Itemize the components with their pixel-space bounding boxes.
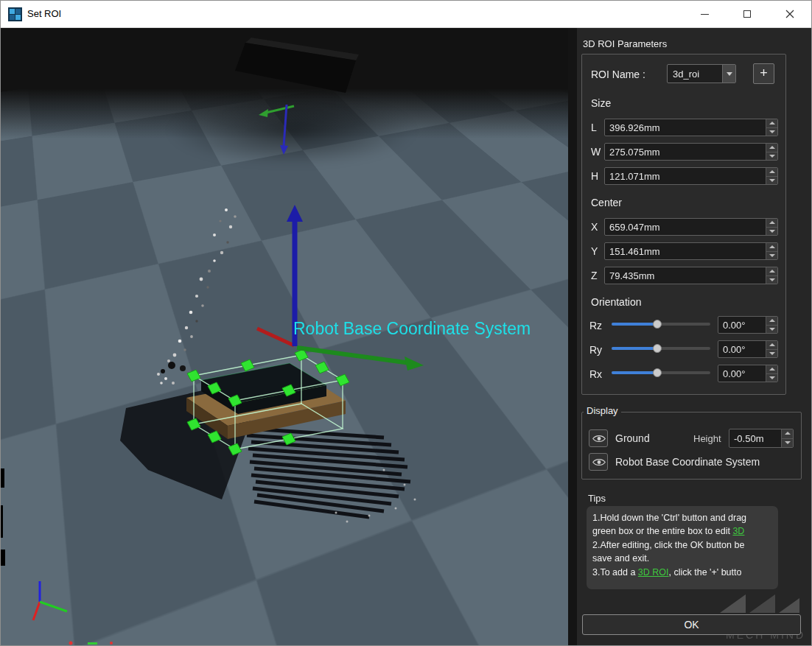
- size-w-label: W: [591, 146, 601, 158]
- robot-base-axis-label: Robot Base Coordinate System: [293, 319, 531, 339]
- size-h-spin-down[interactable]: [766, 177, 777, 185]
- roi-name-label: ROI Name :: [591, 69, 645, 80]
- rz-spin-up[interactable]: [766, 317, 777, 326]
- height-label: Height: [693, 433, 721, 444]
- app-icon: [8, 7, 22, 21]
- size-section-title: Size: [591, 97, 611, 109]
- center-x-spin-down[interactable]: [766, 228, 777, 236]
- display-group-title: Display: [584, 405, 621, 416]
- minimize-button[interactable]: [683, 1, 726, 27]
- size-w-spin-up[interactable]: [766, 144, 777, 152]
- rx-slider[interactable]: [612, 366, 710, 379]
- tips-content[interactable]: 1.Hold down the 'Ctrl' button and drag g…: [587, 506, 778, 589]
- maximize-icon: [743, 10, 751, 18]
- size-l-spin-down[interactable]: [766, 128, 777, 136]
- ground-label: Ground: [615, 432, 650, 444]
- center-y-input[interactable]: [605, 243, 765, 259]
- rx-slider-handle[interactable]: [653, 368, 662, 377]
- tips-title: Tips: [585, 493, 609, 504]
- roi-name-combobox[interactable]: 3d_roi: [667, 64, 736, 83]
- eye-icon: [592, 434, 606, 443]
- center-y-spinbox: [604, 242, 778, 260]
- minimize-icon: [701, 14, 709, 15]
- ry-input[interactable]: [718, 341, 765, 357]
- set-roi-dialog: Set ROI: [0, 0, 812, 646]
- size-w-input[interactable]: [605, 144, 765, 160]
- robot-base-visibility-toggle[interactable]: [589, 453, 608, 471]
- center-y-spin-down[interactable]: [766, 252, 777, 260]
- size-l-label: L: [591, 122, 597, 133]
- edge-artifacts: [1, 468, 113, 645]
- ok-button[interactable]: OK: [582, 614, 801, 635]
- ground-height-input[interactable]: [729, 429, 780, 447]
- tips-line-2: green box or the entire box to edit 3D: [592, 524, 772, 538]
- close-icon: [785, 10, 794, 18]
- center-y-spin-up[interactable]: [766, 243, 777, 252]
- size-h-spin-up[interactable]: [766, 168, 777, 177]
- ry-slider-handle[interactable]: [653, 344, 662, 353]
- 3d-roi-link[interactable]: 3D: [732, 526, 744, 536]
- ground-height-spinbox: [729, 429, 794, 448]
- window-title: Set ROI: [27, 8, 61, 19]
- center-z-spinbox: [604, 267, 778, 284]
- rz-input[interactable]: [718, 317, 765, 333]
- point-cloud: [157, 208, 237, 385]
- ry-spinbox: [718, 340, 778, 358]
- parameters-group: ROI Name : 3d_roi + Size L W H C: [581, 54, 786, 395]
- center-z-spin-up[interactable]: [766, 267, 777, 276]
- center-x-input[interactable]: [605, 219, 765, 235]
- robot-base-display-label: Robot Base Coordinate System: [615, 456, 760, 468]
- tips-line-4: save and exit.: [592, 552, 772, 565]
- combobox-arrow-zone[interactable]: [722, 65, 735, 82]
- size-w-spinbox: [604, 143, 778, 161]
- 3d-viewport[interactable]: Robot Base Coordinate System: [1, 28, 577, 646]
- eye-icon: [592, 457, 606, 467]
- tips-line-1: 1.Hold down the 'Ctrl' button and drag: [592, 511, 772, 524]
- ry-spin-up[interactable]: [766, 341, 777, 350]
- size-h-input[interactable]: [605, 168, 765, 184]
- rz-slider-handle[interactable]: [653, 320, 662, 329]
- add-roi-button[interactable]: +: [753, 63, 774, 84]
- size-h-label: H: [591, 170, 598, 182]
- ground-visibility-toggle[interactable]: [589, 429, 608, 447]
- orientation-section-title: Orientation: [591, 296, 641, 308]
- rz-spinbox: [718, 316, 778, 334]
- chevron-down-icon: [727, 72, 732, 76]
- tips-line-3: 2.After editing, click the OK button be: [592, 538, 772, 552]
- height-spin-up[interactable]: [782, 429, 793, 439]
- tips-line-5: 3.To add a 3D ROI, click the '+' butto: [592, 566, 772, 579]
- panel-title: 3D ROI Parameters: [583, 38, 667, 49]
- center-y-label: Y: [591, 245, 598, 257]
- center-section-title: Center: [591, 197, 622, 208]
- ry-slider[interactable]: [612, 342, 710, 355]
- maximize-button[interactable]: [726, 1, 769, 27]
- rx-label: Rx: [589, 368, 602, 380]
- rz-slider[interactable]: [612, 317, 710, 331]
- close-button[interactable]: [769, 1, 811, 27]
- center-z-input[interactable]: [605, 267, 765, 284]
- rx-spin-up[interactable]: [766, 365, 777, 374]
- rz-label: Rz: [589, 320, 602, 331]
- roi-parameters-panel: 3D ROI Parameters ROI Name : 3d_roi + Si…: [577, 28, 812, 646]
- size-l-spin-up[interactable]: [766, 119, 777, 128]
- center-z-spin-down[interactable]: [766, 276, 777, 284]
- size-h-spinbox: [604, 167, 778, 185]
- center-x-label: X: [591, 221, 598, 233]
- size-l-input[interactable]: [605, 119, 765, 136]
- ry-spin-down[interactable]: [766, 350, 777, 358]
- center-z-label: Z: [591, 270, 598, 281]
- center-x-spin-up[interactable]: [766, 219, 777, 228]
- rz-spin-down[interactable]: [766, 326, 777, 334]
- rx-spinbox: [718, 365, 778, 382]
- 3d-roi-link[interactable]: 3D ROI: [638, 567, 669, 577]
- size-l-spinbox: [604, 119, 778, 136]
- rx-spin-down[interactable]: [766, 374, 777, 382]
- orientation-triad: [33, 581, 67, 620]
- title-bar: Set ROI: [1, 1, 811, 28]
- hanging-camera-box: [235, 38, 359, 155]
- size-w-spin-down[interactable]: [766, 152, 777, 161]
- center-x-spinbox: [604, 218, 778, 236]
- height-spin-down[interactable]: [782, 439, 793, 448]
- ry-label: Ry: [589, 344, 602, 356]
- rx-input[interactable]: [718, 365, 765, 382]
